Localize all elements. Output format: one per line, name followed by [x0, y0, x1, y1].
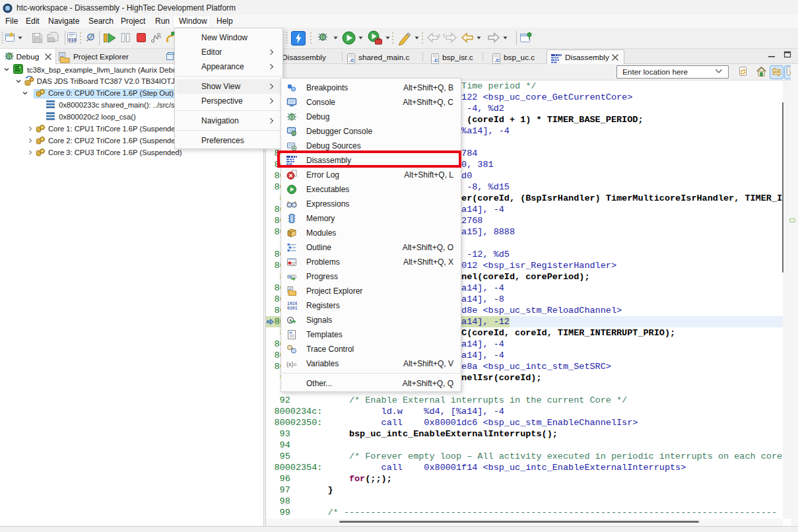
- svg-text:.c: .c: [349, 57, 354, 63]
- svg-text:.c: .c: [494, 57, 500, 63]
- svg-text:0101: 0101: [287, 306, 297, 311]
- svg-text:1010: 1010: [287, 302, 297, 306]
- svg-text:.c: .c: [433, 57, 438, 63]
- svg-text:(x)=: (x)=: [286, 360, 297, 367]
- svg-text:010: 010: [69, 38, 77, 42]
